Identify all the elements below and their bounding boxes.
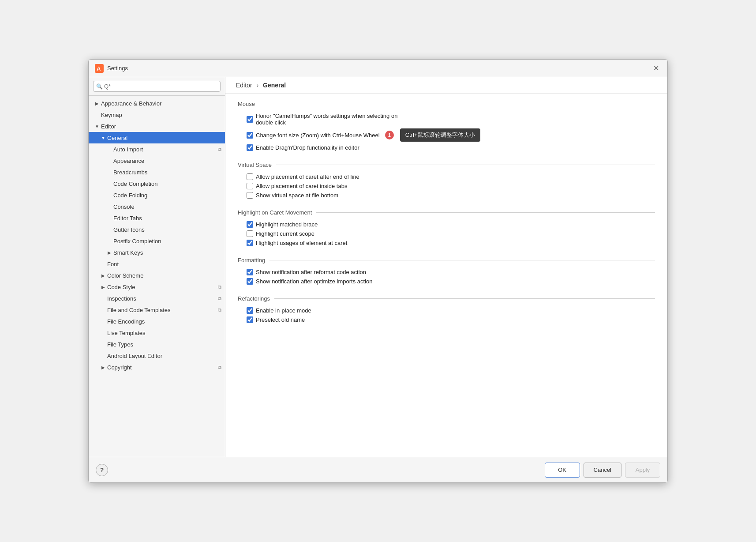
main-content: Editor › General MouseHonor "CamelHumps"… xyxy=(225,77,667,457)
checkbox-preselect-name[interactable] xyxy=(247,316,253,323)
checkbox-highlight-scope[interactable] xyxy=(247,230,253,237)
help-button[interactable]: ? xyxy=(96,464,108,476)
sidebar-item-breadcrumbs[interactable]: Breadcrumbs xyxy=(89,166,225,178)
section-mouse: MouseHonor "CamelHumps" words settings w… xyxy=(238,101,655,151)
sidebar-item-copyright[interactable]: ▶Copyright⧉ xyxy=(89,361,225,373)
sidebar-item-appearance[interactable]: Appearance xyxy=(89,155,225,166)
sidebar-item-postfix-completion[interactable]: Postfix Completion xyxy=(89,235,225,247)
checkbox-row-virtual-space-bottom: Show virtual space at file bottom xyxy=(247,192,655,199)
sidebar-item-font[interactable]: Font xyxy=(89,258,225,270)
arrow-icon: ▼ xyxy=(94,123,100,129)
sidebar-item-appearance-behavior[interactable]: ▶Appearance & Behavior xyxy=(89,98,225,109)
checkbox-label-camel-humps: Honor "CamelHumps" words settings when s… xyxy=(256,113,397,126)
breadcrumb-parent: Editor xyxy=(236,82,252,89)
checkbox-notify-optimize[interactable] xyxy=(247,278,253,285)
checkbox-highlight-brace[interactable] xyxy=(247,221,253,228)
sidebar-item-color-scheme[interactable]: ▶Color Scheme xyxy=(89,270,225,281)
sidebar-item-gutter-icons[interactable]: Gutter Icons xyxy=(89,224,225,235)
checkbox-caret-end-of-line[interactable] xyxy=(247,173,253,180)
checkbox-label-preselect-name: Preselect old name xyxy=(256,316,305,323)
dialog-body: 🔍 ▶Appearance & BehaviorKeymap▼Editor▼Ge… xyxy=(89,77,667,457)
sidebar-item-label: Appearance & Behavior xyxy=(101,100,221,107)
sidebar-item-label: Code Style xyxy=(107,284,216,290)
svg-text:A: A xyxy=(97,65,101,72)
checkbox-row-notify-optimize: Show notification after optimize imports… xyxy=(247,278,655,285)
checkbox-row-caret-inside-tabs: Allow placement of caret inside tabs xyxy=(247,183,655,189)
section-header-text: Virtual Space xyxy=(238,162,272,168)
checkbox-label-highlight-scope: Highlight current scope xyxy=(256,230,314,237)
sidebar-item-label: Android Layout Editor xyxy=(107,353,221,359)
sidebar-item-general[interactable]: ▼General xyxy=(89,132,225,143)
checkbox-row-drag-drop: Enable Drag'n'Drop functionality in edit… xyxy=(247,144,655,151)
checkbox-row-font-zoom: Change font size (Zoom) with Ctrl+Mouse … xyxy=(247,128,655,142)
section-formatting: FormattingShow notification after reform… xyxy=(238,257,655,285)
search-input[interactable] xyxy=(93,81,221,92)
footer-left: ? xyxy=(96,464,541,476)
checkbox-label-drag-drop: Enable Drag'n'Drop functionality in edit… xyxy=(256,144,359,151)
apply-button[interactable]: Apply xyxy=(625,463,660,478)
copy-icon: ⧉ xyxy=(218,296,221,301)
copy-icon: ⧉ xyxy=(218,307,221,313)
sidebar-item-console[interactable]: Console xyxy=(89,201,225,212)
sidebar-item-file-code-templates[interactable]: File and Code Templates⧉ xyxy=(89,304,225,316)
checkbox-label-caret-inside-tabs: Allow placement of caret inside tabs xyxy=(256,183,347,189)
sidebar-item-code-style[interactable]: ▶Code Style⧉ xyxy=(89,281,225,293)
checkbox-drag-drop[interactable] xyxy=(247,144,253,151)
sidebar-item-label: Console xyxy=(113,203,221,210)
sidebar-item-label: Postfix Completion xyxy=(113,238,221,245)
sidebar-item-label: Keymap xyxy=(101,112,221,118)
sidebar-item-file-types[interactable]: File Types xyxy=(89,339,225,350)
section-header-text: Mouse xyxy=(238,101,255,107)
dialog-title: Settings xyxy=(107,65,128,72)
sidebar-item-file-encodings[interactable]: File Encodings xyxy=(89,316,225,327)
sidebar-item-keymap[interactable]: Keymap xyxy=(89,109,225,120)
checkbox-notify-reformat[interactable] xyxy=(247,269,253,275)
checkbox-row-highlight-usages: Highlight usages of element at caret xyxy=(247,240,655,246)
section-divider xyxy=(276,165,655,165)
checkbox-in-place-mode[interactable] xyxy=(247,307,253,314)
sidebar-item-live-templates[interactable]: Live Templates xyxy=(89,327,225,339)
checkbox-label-virtual-space-bottom: Show virtual space at file bottom xyxy=(256,192,338,199)
arrow-icon: ▶ xyxy=(100,364,106,370)
breadcrumb-separator: › xyxy=(256,82,258,89)
close-button[interactable]: ✕ xyxy=(651,63,661,74)
sidebar-item-auto-import[interactable]: Auto Import⧉ xyxy=(89,143,225,155)
sidebar-item-inspections[interactable]: Inspections⧉ xyxy=(89,293,225,304)
arrow-icon: ▼ xyxy=(100,135,106,141)
section-divider xyxy=(316,212,655,213)
checkbox-label-notify-reformat: Show notification after reformat code ac… xyxy=(256,269,366,275)
sidebar-item-label: Inspections xyxy=(107,295,216,302)
sidebar-item-android-layout-editor[interactable]: Android Layout Editor xyxy=(89,350,225,361)
sidebar-item-label: Editor xyxy=(101,123,221,130)
sidebar-item-code-folding[interactable]: Code Folding xyxy=(89,189,225,201)
checkbox-caret-inside-tabs[interactable] xyxy=(247,183,253,189)
sidebar-item-editor[interactable]: ▼Editor xyxy=(89,120,225,132)
checkbox-font-zoom[interactable] xyxy=(247,132,253,139)
checkbox-row-highlight-brace: Highlight matched brace xyxy=(247,221,655,228)
breadcrumb: Editor › General xyxy=(225,77,667,94)
section-divider xyxy=(269,260,655,260)
checkbox-label-in-place-mode: Enable in-place mode xyxy=(256,307,311,314)
sidebar-item-label: Smart Keys xyxy=(113,249,221,256)
checkbox-camel-humps[interactable] xyxy=(247,116,253,123)
settings-dialog: A Settings ✕ 🔍 ▶Appearance & BehaviorKey… xyxy=(88,59,668,483)
sidebar-item-editor-tabs[interactable]: Editor Tabs xyxy=(89,212,225,224)
checkbox-highlight-usages[interactable] xyxy=(247,240,253,246)
sidebar-item-label: File and Code Templates xyxy=(107,307,216,313)
arrow-icon: ▶ xyxy=(94,100,100,106)
checkbox-virtual-space-bottom[interactable] xyxy=(247,192,253,199)
sidebar-item-code-completion[interactable]: Code Completion xyxy=(89,178,225,189)
sidebar-item-label: File Encodings xyxy=(107,318,221,325)
section-header-text: Formatting xyxy=(238,257,265,263)
section-highlight: Highlight on Caret MovementHighlight mat… xyxy=(238,209,655,246)
checkbox-row-caret-end-of-line: Allow placement of caret after end of li… xyxy=(247,173,655,180)
sidebar-item-label: Appearance xyxy=(113,158,221,164)
cancel-button[interactable]: Cancel xyxy=(584,463,621,478)
sidebar-item-label: Font xyxy=(107,261,221,267)
sidebar-item-smart-keys[interactable]: ▶Smart Keys xyxy=(89,247,225,258)
sidebar-item-label: Gutter Icons xyxy=(113,226,221,233)
ok-button[interactable]: OK xyxy=(545,463,580,478)
checkbox-row-highlight-scope: Highlight current scope xyxy=(247,230,655,237)
tooltip-badge[interactable]: 1 xyxy=(385,131,394,139)
checkbox-row-camel-humps: Honor "CamelHumps" words settings when s… xyxy=(247,113,655,126)
